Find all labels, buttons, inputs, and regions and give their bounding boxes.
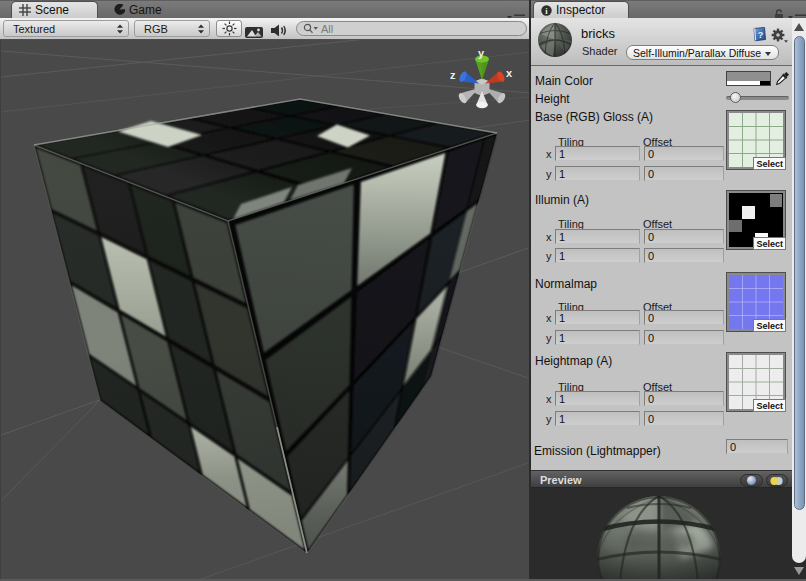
svg-text:x: x bbox=[506, 67, 513, 79]
svg-text:y: y bbox=[478, 47, 485, 59]
svg-text:z: z bbox=[450, 69, 456, 81]
svg-text:?: ? bbox=[758, 30, 764, 40]
